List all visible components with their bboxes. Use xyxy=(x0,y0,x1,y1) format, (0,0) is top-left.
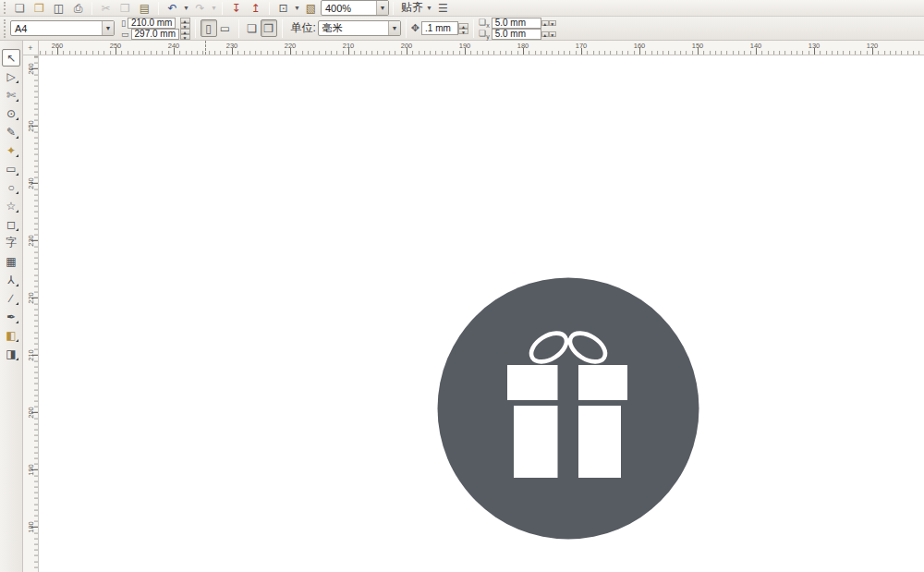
smart-fill-tool-icon: ✦ xyxy=(6,144,16,157)
horizontal-ruler[interactable]: 2602502402302202102001901801701601501401… xyxy=(39,41,924,55)
redo-button[interactable]: ↷ xyxy=(190,1,210,16)
crop-tool[interactable]: ✄ xyxy=(2,86,20,103)
duplicate-x-spinner: ▲▼ xyxy=(541,20,556,26)
snap-to-dropdown-chevron-down-icon[interactable]: ▼ xyxy=(425,1,433,16)
ellipse-tool[interactable]: ○ xyxy=(2,178,20,196)
hruler-label: 240 xyxy=(168,42,180,50)
undo-icon: ↶ xyxy=(167,2,176,15)
save-button[interactable]: ◫ xyxy=(49,1,68,16)
spin-up-button[interactable]: ▲ xyxy=(541,31,549,37)
portrait-button[interactable]: ▯ xyxy=(201,19,217,37)
open-button[interactable]: ❐ xyxy=(30,1,49,16)
basic-shapes-tool[interactable]: ◻ xyxy=(2,215,20,233)
nudge-offset-field[interactable]: .1 mm xyxy=(421,21,458,35)
spin-down-button[interactable]: ▼ xyxy=(180,34,190,40)
zoom-tool[interactable]: ⊙ xyxy=(2,104,20,122)
page-width-field[interactable]: 210.0 mm xyxy=(128,18,176,29)
vertical-ruler[interactable]: 260250240230220210200190180 xyxy=(23,55,39,572)
landscape-button[interactable]: ▭ xyxy=(217,19,234,37)
duplicate-y-spinner: ▲▼ xyxy=(541,31,556,37)
ellipse-tool-icon: ○ xyxy=(7,181,14,194)
new-document-button[interactable]: ❏ xyxy=(10,1,30,16)
spin-down-button[interactable]: ▼ xyxy=(458,29,468,34)
toolbar-separator xyxy=(158,2,159,15)
nudge-spinner: ▲▼ xyxy=(458,23,468,34)
duplicate-distance-group: ❏x 5.0 mm ▲▼ ❏y 5.0 mm ▲▼ xyxy=(479,18,556,40)
vruler-label: 250 xyxy=(27,120,35,133)
spin-down-button[interactable]: ▼ xyxy=(549,31,556,37)
spin-up-button[interactable]: ▲ xyxy=(541,20,549,26)
print-icon: ⎙ xyxy=(74,2,83,15)
vruler-label: 230 xyxy=(27,235,35,248)
options-button[interactable]: ☰ xyxy=(433,1,453,16)
duplicate-x-field[interactable]: 5.0 mm xyxy=(492,18,541,29)
save-icon: ◫ xyxy=(54,2,64,15)
options-icon: ☰ xyxy=(438,2,448,15)
print-button[interactable]: ⎙ xyxy=(68,1,88,16)
drawing-canvas[interactable] xyxy=(39,55,924,572)
freehand-tool-icon: ✎ xyxy=(6,126,16,139)
hruler-label: 190 xyxy=(459,42,471,50)
fill-tool[interactable]: ◧ xyxy=(2,326,20,344)
ruler-origin-corner[interactable]: + xyxy=(23,41,39,55)
copy-button[interactable]: ❒ xyxy=(116,1,135,16)
export-button[interactable]: ↥ xyxy=(246,1,265,16)
redo-button-chevron-down-icon[interactable]: ▼ xyxy=(210,1,218,16)
application-launcher-button[interactable]: ⊡ xyxy=(274,1,293,16)
table-tool[interactable]: ▦ xyxy=(2,252,20,270)
toolbar-separator xyxy=(91,2,92,15)
rectangle-tool[interactable]: ▭ xyxy=(2,160,20,177)
flyout-indicator xyxy=(16,154,18,157)
zoom-level-combo-value: 400% xyxy=(322,3,376,14)
page-height-field[interactable]: 297.0 mm xyxy=(131,29,179,40)
import-button[interactable]: ↧ xyxy=(226,1,246,16)
cut-button[interactable]: ✂ xyxy=(96,1,116,16)
toolbar-separator xyxy=(393,2,394,15)
duplicate-y-field[interactable]: 5.0 mm xyxy=(492,29,541,40)
outline-pen-tool[interactable]: ✒ xyxy=(2,308,20,325)
property-bar-grip[interactable] xyxy=(4,19,7,38)
shape-tool[interactable]: ▷ xyxy=(2,67,20,85)
undo-button[interactable]: ↶ xyxy=(163,1,182,16)
units-combo[interactable]: 毫米 ▼ xyxy=(318,20,401,36)
dimension-tool[interactable]: ⅄ xyxy=(2,271,20,288)
page-height-icon: ▭ xyxy=(121,30,129,39)
hruler-label: 170 xyxy=(576,42,588,50)
cut-icon: ✂ xyxy=(101,2,110,15)
welcome-screen-icon: ▧ xyxy=(306,2,316,15)
undo-button-chevron-down-icon[interactable]: ▼ xyxy=(182,1,190,16)
page-preset-combo[interactable]: A4 ▼ xyxy=(10,20,115,36)
flyout-indicator xyxy=(16,210,18,213)
vruler-label: 190 xyxy=(27,464,35,477)
all-pages-button[interactable]: ❏ xyxy=(244,19,261,37)
open-icon: ❐ xyxy=(34,2,44,15)
polygon-tool[interactable]: ☆ xyxy=(2,197,20,214)
welcome-screen-button[interactable]: ▧ xyxy=(301,1,321,16)
current-page-button[interactable]: ❐ xyxy=(261,19,277,37)
chevron-down-icon[interactable]: ▼ xyxy=(388,21,400,35)
hruler-label: 250 xyxy=(110,42,122,50)
hruler-label: 260 xyxy=(52,42,64,50)
text-tool[interactable]: 字 xyxy=(2,234,20,251)
chevron-down-icon[interactable]: ▼ xyxy=(376,1,388,15)
interactive-fill-tool[interactable]: ◨ xyxy=(2,345,20,362)
gift-circle-graphic[interactable] xyxy=(430,270,707,547)
fill-tool-icon: ◧ xyxy=(6,329,16,342)
paste-button[interactable]: ▤ xyxy=(135,1,154,16)
freehand-tool[interactable]: ✎ xyxy=(2,123,20,140)
toolbar-grip[interactable] xyxy=(4,2,7,15)
spin-down-button[interactable]: ▼ xyxy=(549,20,556,26)
snap-to-dropdown[interactable]: 贴齐 xyxy=(401,0,423,16)
eyedropper-tool[interactable]: ∕ xyxy=(2,289,20,307)
flyout-indicator xyxy=(16,173,18,176)
smart-fill-tool[interactable]: ✦ xyxy=(2,141,20,159)
rectangle-tool-icon: ▭ xyxy=(6,163,16,176)
application-launcher-button-chevron-down-icon[interactable]: ▼ xyxy=(293,1,301,16)
hruler-label: 180 xyxy=(517,42,529,50)
chevron-down-icon[interactable]: ▼ xyxy=(102,21,114,35)
hruler-label: 130 xyxy=(808,42,821,50)
flyout-indicator xyxy=(16,136,18,139)
application-launcher-icon: ⊡ xyxy=(278,2,287,15)
pick-tool[interactable]: ↖ xyxy=(2,49,20,67)
zoom-level-combo[interactable]: 400%▼ xyxy=(321,0,389,16)
